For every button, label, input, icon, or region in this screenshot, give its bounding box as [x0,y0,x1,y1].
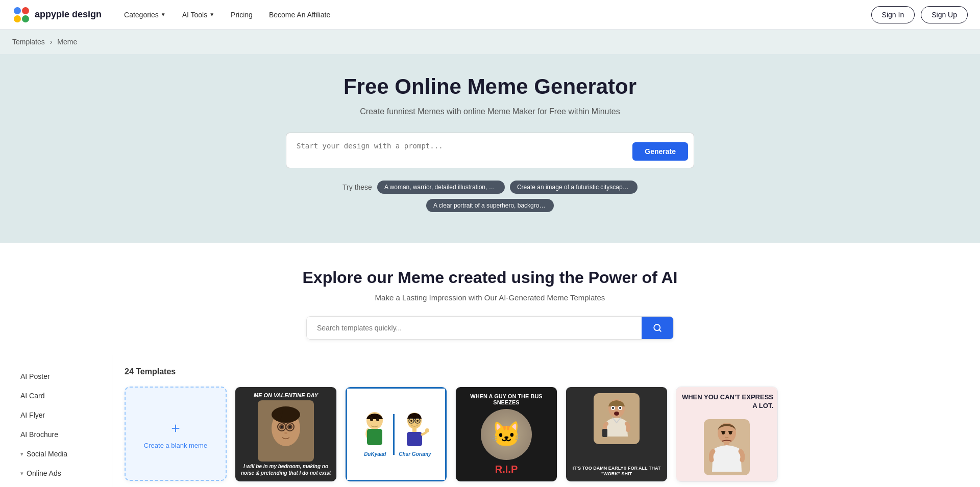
template-image-dukyaad: DuKyaad [346,387,447,481]
nav-categories[interactable]: Categories ▼ [118,7,172,23]
svg-rect-37 [602,429,607,437]
template-card-cant-express[interactable]: WHEN YOU CAN'T EXPRESS A LOT. [676,387,778,482]
template-image-cant-express: WHEN YOU CAN'T EXPRESS A LOT. [676,387,777,481]
meme-4-content: IT'S TOO DAMN EARLY!! FOR ALL THAT "WORK… [566,387,667,481]
logo[interactable]: appypie design [12,6,102,24]
char-left-svg [361,412,389,450]
header-actions: Sign In Sign Up [871,6,968,23]
svg-point-36 [614,412,619,416]
svg-rect-20 [367,429,382,445]
header: appypie design Categories ▼ AI Tools ▼ P… [0,0,980,30]
template-card-too-early[interactable]: IT'S TOO DAMN EARLY!! FOR ALL THAT "WORK… [566,387,668,482]
ai-tools-chevron-icon: ▼ [209,12,214,17]
try-chip-1[interactable]: A woman, warrior, detailed illustration,… [377,181,505,194]
svg-point-18 [370,418,373,421]
meme-1-bottom-text: I will be in my bedroom, making no noise… [238,463,333,476]
prompt-container: Generate [286,133,694,170]
breadcrumb-separator: › [50,38,53,46]
logo-icon [12,6,31,24]
svg-point-27 [416,420,419,422]
search-button[interactable] [642,317,673,339]
template-image-bus-sneezes: WHEN A GUY ON THE BUS SNEEZES 🐱 R.I.P [456,387,557,481]
search-icon [653,323,662,332]
person-phone-svg [601,398,632,439]
explore-title: Explore our Meme created using the Power… [12,268,968,287]
svg-point-15 [284,432,287,434]
try-chip-2[interactable]: Create an image of a futuristic cityscap… [510,181,638,194]
breadcrumb-current: Meme [57,38,77,46]
sidebar-item-business[interactable]: ▾ Business [12,483,112,487]
svg-point-19 [376,418,379,421]
create-blank-card[interactable]: ＋ Create a blank meme [125,387,227,481]
meme-5-person [704,419,750,475]
try-chip-3[interactable]: A clear portrait of a superhero, backgro… [426,199,554,212]
plus-icon: ＋ [168,418,183,438]
svg-point-39 [722,431,725,434]
hero-subtitle: Create funniest Memes with online Meme M… [12,107,968,116]
svg-point-26 [410,420,412,422]
hero-section: Free Online Meme Generator Create funnie… [0,54,980,243]
try-label: Try these [342,183,372,191]
sidebar-item-ai-brochure[interactable]: AI Brochure [12,425,112,444]
svg-point-16 [272,406,300,423]
svg-point-34 [612,407,614,409]
search-input[interactable] [307,317,642,339]
sidebar: AI Poster AI Card AI Flyer AI Brochure ▾… [0,355,112,487]
sidebar-item-ai-flyer[interactable]: AI Flyer [12,406,112,424]
cant-express-person-svg [709,422,745,473]
main-content: AI Poster AI Card AI Flyer AI Brochure ▾… [0,355,980,487]
hero-title: Free Online Meme Generator [12,74,968,99]
svg-point-40 [729,431,732,434]
meme-3-top-text: WHEN A GUY ON THE BUS SNEEZES [460,393,553,405]
sidebar-item-ai-card[interactable]: AI Card [12,387,112,405]
svg-point-4 [22,15,29,22]
char-right-svg [401,412,429,450]
svg-line-6 [659,329,660,331]
generate-button[interactable]: Generate [632,142,688,161]
breadcrumb-templates-link[interactable]: Templates [12,38,45,46]
templates-grid: ＋ Create a blank meme ME ON VALENTINE DA… [125,387,968,482]
meme-4-person [594,393,640,444]
signin-button[interactable]: Sign In [871,6,915,23]
sidebar-item-online-ads[interactable]: ▾ Online Ads [12,464,112,482]
social-media-chevron-icon: ▾ [20,451,23,457]
nav-ai-tools[interactable]: AI Tools ▼ [176,7,220,23]
nav: Categories ▼ AI Tools ▼ Pricing Become A… [118,7,871,23]
explore-section: Explore our Meme created using the Power… [0,243,980,355]
svg-point-11 [289,426,291,428]
create-blank-label: Create a blank meme [144,442,207,449]
template-image-too-early: IT'S TOO DAMN EARLY!! FOR ALL THAT "WORK… [566,387,667,481]
templates-count: 24 Templates [125,367,968,376]
logo-text: appypie design [35,9,102,20]
harry-potter-svg [265,405,306,456]
meme-3-content: WHEN A GUY ON THE BUS SNEEZES 🐱 R.I.P [456,387,557,481]
template-image-valentine: ME ON VALENTINE DAY [235,387,336,481]
breadcrumb: Templates › Meme [0,30,980,54]
meme-1-face [258,400,314,462]
categories-chevron-icon: ▼ [161,12,166,17]
svg-rect-29 [407,432,422,446]
template-card-bus-sneezes[interactable]: WHEN A GUY ON THE BUS SNEEZES 🐱 R.I.P [455,387,557,482]
svg-rect-28 [412,428,416,432]
sidebar-item-ai-poster[interactable]: AI Poster [12,367,112,386]
meme-3-bottom-text: R.I.P [495,464,518,475]
online-ads-chevron-icon: ▾ [20,470,23,477]
meme-1-content: ME ON VALENTINE DAY [235,387,336,481]
meme-2-content: DuKyaad [346,387,447,481]
nav-pricing[interactable]: Pricing [225,7,259,23]
template-card-dukyaad[interactable]: DuKyaad [345,387,447,482]
svg-point-2 [22,7,29,14]
meme-3-cat-emoji: 🐱 [481,409,532,460]
svg-point-1 [14,7,21,14]
meme-5-right-text: WHEN YOU CAN'T EXPRESS A LOT. [680,393,773,411]
meme-1-top-text: ME ON VALENTINE DAY [254,392,318,398]
templates-area: 24 Templates ＋ Create a blank meme ME ON… [112,355,980,487]
search-bar [306,316,674,340]
nav-affiliate[interactable]: Become An Affiliate [263,7,336,23]
svg-point-3 [14,15,21,22]
sidebar-item-social-media[interactable]: ▾ Social Media [12,445,112,463]
template-card-valentine[interactable]: ME ON VALENTINE DAY [235,387,337,482]
signup-button[interactable]: Sign Up [921,6,968,23]
explore-subtitle: Make a Lasting Impression with Our AI-Ge… [12,293,968,302]
svg-point-10 [281,426,283,428]
